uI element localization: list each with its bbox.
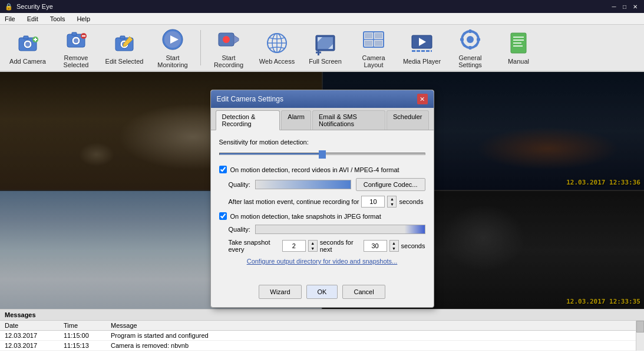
toolbar-separator-1 xyxy=(200,30,201,65)
snapshot-down[interactable]: ▼ xyxy=(309,246,317,251)
svg-rect-51 xyxy=(460,38,464,41)
snapshot-next-input[interactable] xyxy=(364,240,387,252)
after-motion-spinbtns[interactable]: ▲ ▼ xyxy=(387,196,397,208)
remove-selected-icon xyxy=(64,27,88,52)
messages-header: Messages xyxy=(0,310,644,321)
title-bar: 🔒 Security Eye ─ □ ✕ xyxy=(0,0,644,13)
snapshot-next-down[interactable]: ▼ xyxy=(390,246,398,251)
after-motion-spin-down[interactable]: ▼ xyxy=(388,202,396,207)
messages-tbody: 12.03.2017 11:15:00 Program is started a… xyxy=(0,331,644,351)
menu-file[interactable]: File xyxy=(2,14,18,24)
svg-point-2 xyxy=(25,42,30,47)
row2-date: 12.03.2017 xyxy=(0,341,59,351)
svg-rect-16 xyxy=(120,36,125,39)
record-video-checkbox[interactable] xyxy=(219,166,227,173)
tab-alarm[interactable]: Alarm xyxy=(281,110,311,130)
add-camera-label: Add Camera xyxy=(9,58,46,65)
remove-selected-button[interactable]: Remove Selected xyxy=(53,27,99,69)
configure-codec-button[interactable]: Configure Codec... xyxy=(356,178,425,191)
snapshot-interval-input[interactable] xyxy=(282,240,306,252)
quality-label-snapshot: Quality: xyxy=(229,226,250,233)
add-camera-icon xyxy=(15,31,40,55)
svg-rect-43 xyxy=(417,50,420,52)
row1-date: 12.03.2017 xyxy=(0,331,59,341)
sensitivity-slider[interactable] xyxy=(219,148,425,160)
slider-thumb[interactable] xyxy=(319,150,326,159)
edit-selected-button[interactable]: Edit Selected xyxy=(101,27,147,69)
svg-rect-39 xyxy=(375,41,382,46)
media-player-icon xyxy=(409,31,434,55)
minimize-button[interactable]: ─ xyxy=(610,2,618,11)
full-screen-button[interactable]: Full Screen xyxy=(302,27,348,69)
manual-label: Manual xyxy=(508,58,529,65)
svg-rect-58 xyxy=(513,37,524,38)
start-recording-button[interactable]: Start Recording xyxy=(206,27,252,69)
col-date: Date xyxy=(0,321,59,331)
snapshot-seconds-label: seconds xyxy=(401,242,425,249)
after-motion-label: After last motion event, continue record… xyxy=(229,198,359,205)
snapshot-up[interactable]: ▲ xyxy=(309,241,317,246)
modal-title-bar: Edit Camera Settings ✕ xyxy=(211,90,434,108)
table-row: 12.03.2017 11:15:13 Camera is removed: n… xyxy=(0,341,644,351)
after-motion-spin-up[interactable]: ▲ xyxy=(388,196,396,202)
snapshot-next-spinbtns[interactable]: ▲ ▼ xyxy=(389,240,399,252)
sensitivity-row: Sensitivity for motion detection: xyxy=(219,139,425,160)
after-motion-row: After last motion event, continue record… xyxy=(229,196,425,208)
quality-track-video[interactable] xyxy=(255,180,351,189)
messages-scrollbar[interactable] xyxy=(636,321,644,351)
svg-rect-46 xyxy=(431,50,432,52)
scrollbar-thumb[interactable] xyxy=(636,321,644,333)
close-button[interactable]: ✕ xyxy=(631,2,639,11)
media-player-button[interactable]: Media Player xyxy=(399,27,445,69)
snapshot-interval-row: Take snapshot every ▲ ▼ seconds for next… xyxy=(229,239,425,253)
camera-layout-button[interactable]: Camera Layout xyxy=(351,27,397,69)
start-monitoring-label: Start Monitoring xyxy=(153,54,193,68)
start-monitoring-button[interactable]: Start Monitoring xyxy=(150,27,196,69)
app-icon: 🔒 xyxy=(5,3,13,11)
snapshot-next-up[interactable]: ▲ xyxy=(390,241,398,246)
tab-scheduler[interactable]: Scheduler xyxy=(387,110,429,130)
modal-close-button[interactable]: ✕ xyxy=(417,94,428,104)
edit-camera-settings-modal: Edit Camera Settings ✕ Detection & Recor… xyxy=(210,90,434,308)
menu-help[interactable]: Help xyxy=(74,14,93,24)
quality-track-snapshot[interactable] xyxy=(255,225,425,234)
add-camera-button[interactable]: Add Camera xyxy=(5,27,51,69)
snapshot-checkbox[interactable] xyxy=(219,212,227,220)
modal-title: Edit Camera Settings xyxy=(217,95,283,103)
cancel-button[interactable]: Cancel xyxy=(342,285,385,299)
seconds-for-next-label: seconds for next xyxy=(320,239,361,253)
snapshot-label: On motion detection, take snapshots in J… xyxy=(230,213,381,220)
snapshot-interval-spinbtns[interactable]: ▲ ▼ xyxy=(308,240,318,252)
svg-rect-10 xyxy=(72,32,77,35)
modal-tabs: Detection & Recording Alarm Email & SMS … xyxy=(211,108,434,130)
general-settings-button[interactable]: General Settings xyxy=(447,27,493,69)
menu-bar: File Edit Tools Help xyxy=(0,13,644,25)
main-area: 12.03.2017 12:33:3 12.03.2017 12:33:36 1… xyxy=(0,72,644,309)
messages-header-row: Date Time Message xyxy=(0,321,644,331)
configure-output-link[interactable]: Configure output directory for video and… xyxy=(219,258,425,265)
svg-rect-36 xyxy=(365,33,372,38)
svg-rect-45 xyxy=(426,50,430,52)
messages-table: Date Time Message 12.03.2017 11:15:00 Pr… xyxy=(0,321,644,351)
maximize-button[interactable]: □ xyxy=(620,2,629,11)
wizard-button[interactable]: Wizard xyxy=(259,285,301,299)
snapshot-row: On motion detection, take snapshots in J… xyxy=(219,212,425,220)
ok-button[interactable]: OK xyxy=(306,285,338,299)
menu-tools[interactable]: Tools xyxy=(48,14,68,24)
row1-message: Program is started and configured xyxy=(106,331,644,341)
take-snapshot-label: Take snapshot every xyxy=(229,239,280,253)
svg-marker-21 xyxy=(234,35,239,44)
after-motion-input[interactable] xyxy=(361,196,385,208)
menu-edit[interactable]: Edit xyxy=(25,14,41,24)
modal-footer: Wizard OK Cancel xyxy=(211,280,434,307)
svg-rect-61 xyxy=(513,45,523,47)
start-monitoring-icon xyxy=(160,27,185,52)
web-access-button[interactable]: Web Access xyxy=(254,27,300,69)
svg-rect-38 xyxy=(365,41,372,46)
full-screen-label: Full Screen xyxy=(309,58,342,65)
tab-email-sms[interactable]: Email & SMS Notifications xyxy=(312,110,385,130)
manual-button[interactable]: Manual xyxy=(496,27,541,69)
camera-layout-icon xyxy=(361,27,386,52)
tab-detection-recording[interactable]: Detection & Recording xyxy=(216,110,280,130)
camera-layout-label: Camera Layout xyxy=(354,54,394,68)
